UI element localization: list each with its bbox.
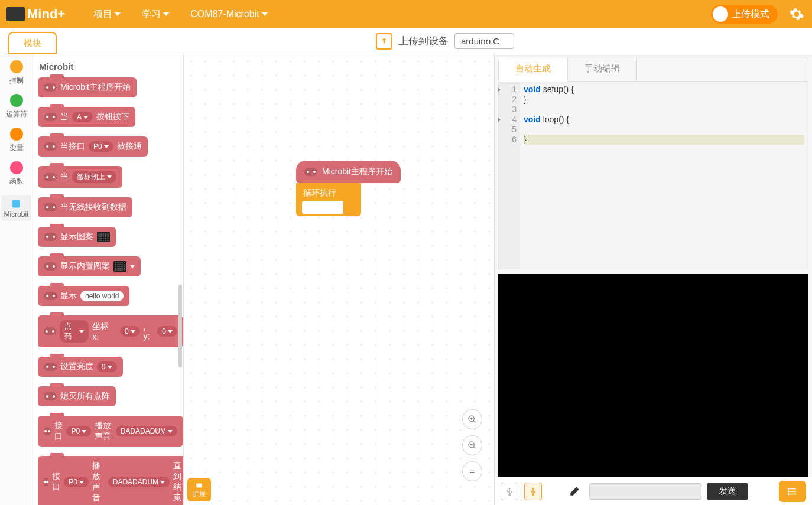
tab-blocks[interactable]: 模块 bbox=[8, 32, 57, 54]
block-play-sound-until[interactable]: 接口P0播放声音DADADADUM直到结束 bbox=[38, 456, 184, 505]
block-clear[interactable]: 熄灭所有点阵 bbox=[38, 386, 116, 406]
code-text: } bbox=[524, 135, 804, 145]
block-plot[interactable]: 点亮坐标 x:0, y:0 bbox=[38, 315, 183, 347]
cat-label: Microbit bbox=[4, 210, 28, 219]
cat-variables[interactable]: 变量 bbox=[9, 128, 24, 153]
block-gesture[interactable]: 当徽标朝上 bbox=[38, 166, 122, 188]
dropdown[interactable]: 9 bbox=[97, 361, 117, 372]
code-tabs: 自动生成 手动编辑 bbox=[498, 57, 808, 82]
extension-button[interactable]: 扩展 bbox=[187, 478, 211, 501]
block-label: 当接口 bbox=[60, 141, 85, 152]
chevron-down-icon bbox=[130, 265, 135, 268]
code-editor[interactable]: 123456 void setup() { } void loop() { } bbox=[498, 82, 808, 269]
menu-project-label: 项目 bbox=[93, 8, 112, 21]
dropdown[interactable]: DADADADUM bbox=[116, 426, 177, 436]
code-text: setup() { bbox=[541, 84, 574, 94]
block-icon bbox=[44, 392, 57, 400]
block-button-pressed[interactable]: 当A按钮按下 bbox=[38, 107, 135, 127]
hat-label: Microbit主程序开始 bbox=[322, 167, 392, 177]
block-main-start[interactable]: Microbit主程序开始 bbox=[38, 77, 137, 97]
eraser-icon bbox=[569, 486, 580, 497]
chevron-down-icon bbox=[79, 481, 84, 484]
dropdown[interactable]: P0 bbox=[89, 141, 113, 152]
block-icon bbox=[44, 427, 51, 435]
dropdown[interactable]: 徽标朝上 bbox=[72, 171, 116, 183]
menu-learn[interactable]: 学习 bbox=[131, 8, 180, 21]
cat-control[interactable]: 控制 bbox=[9, 60, 24, 86]
zoom-in-icon bbox=[467, 415, 477, 424]
matrix-icon[interactable] bbox=[113, 261, 126, 272]
tab-manual-edit[interactable]: 手动编辑 bbox=[568, 57, 637, 81]
block-pin-connected[interactable]: 当接口P0被接通 bbox=[38, 136, 148, 157]
usb-button[interactable] bbox=[501, 483, 518, 500]
block-icon bbox=[44, 142, 57, 151]
dot-icon bbox=[10, 161, 23, 174]
block-label: 按钮按下 bbox=[96, 112, 129, 122]
block-label: 熄灭所有点阵 bbox=[60, 391, 110, 402]
keyword: void bbox=[524, 84, 541, 94]
dropdown[interactable]: 0 bbox=[157, 326, 177, 337]
serial-console[interactable] bbox=[498, 274, 808, 477]
send-button[interactable]: 发送 bbox=[707, 483, 748, 500]
dropdown[interactable]: 0 bbox=[120, 326, 140, 337]
block-show-builtin[interactable]: 显示内置图案 bbox=[38, 256, 141, 276]
text-input[interactable]: hello world bbox=[80, 291, 124, 301]
zoom-in-button[interactable] bbox=[462, 409, 482, 429]
settings-button[interactable] bbox=[787, 5, 806, 24]
dropdown[interactable]: A bbox=[72, 112, 93, 122]
svg-point-4 bbox=[788, 488, 790, 489]
language-select[interactable]: arduino C bbox=[454, 33, 514, 49]
dropdown[interactable]: 点亮 bbox=[60, 320, 89, 343]
svg-point-5 bbox=[788, 491, 790, 492]
block-icon bbox=[44, 203, 57, 211]
dropdown[interactable]: P0 bbox=[66, 426, 91, 436]
ext-label: 扩展 bbox=[193, 490, 206, 499]
dropdown[interactable]: P0 bbox=[64, 477, 89, 487]
eraser-button[interactable] bbox=[566, 483, 583, 500]
svg-rect-3 bbox=[196, 483, 202, 487]
usb-active-button[interactable] bbox=[524, 483, 542, 500]
block-palette: Microbit Microbit主程序开始 当A按钮按下 当接口P0被接通 当… bbox=[33, 54, 184, 505]
palette-title: Microbit bbox=[39, 61, 183, 71]
menu-project[interactable]: 项目 bbox=[83, 8, 131, 21]
cat-operators[interactable]: 运算符 bbox=[6, 94, 27, 119]
chevron-down-icon bbox=[163, 12, 169, 16]
matrix-icon[interactable] bbox=[97, 232, 110, 242]
dot-icon bbox=[10, 128, 23, 141]
chevron-down-icon bbox=[107, 175, 112, 178]
workspace-canvas[interactable]: Microbit主程序开始 循环执行 = 扩展 bbox=[184, 54, 494, 505]
block-radio-receive[interactable]: 当无线接收到数据 bbox=[38, 197, 132, 217]
zoom-reset-button[interactable]: = bbox=[462, 461, 482, 481]
list-toggle-button[interactable] bbox=[779, 481, 806, 502]
main-area: 控制 运算符 变量 函数 Microbit Microbit Microbit主… bbox=[0, 54, 812, 505]
block-label: 直到结束 bbox=[173, 461, 184, 503]
block-brightness[interactable]: 设置亮度9 bbox=[38, 357, 123, 377]
fold-icon[interactable] bbox=[498, 118, 501, 122]
cat-label: 控制 bbox=[9, 76, 24, 86]
block-label: 接口 bbox=[52, 471, 60, 493]
code-text: loop() bbox=[541, 115, 567, 124]
block-show-text[interactable]: 显示hello world bbox=[38, 286, 129, 306]
block-icon bbox=[44, 113, 57, 121]
upload-button[interactable] bbox=[376, 33, 392, 50]
block-label: Microbit主程序开始 bbox=[60, 82, 131, 93]
cat-functions[interactable]: 函数 bbox=[9, 161, 24, 187]
block-show-pattern[interactable]: 显示图案 bbox=[38, 227, 116, 247]
cat-microbit[interactable]: Microbit bbox=[1, 195, 31, 221]
hat-block[interactable]: Microbit主程序开始 bbox=[296, 161, 401, 183]
zoom-out-button[interactable] bbox=[462, 435, 482, 455]
block-play-sound[interactable]: 接口P0播放声音DADADADUM bbox=[38, 416, 183, 447]
block-label: 接口 bbox=[54, 421, 63, 442]
fold-icon[interactable] bbox=[498, 87, 501, 92]
tab-auto-generate[interactable]: 自动生成 bbox=[499, 57, 568, 82]
block-icon bbox=[44, 173, 57, 181]
block-icon bbox=[304, 168, 317, 176]
upload-mode-toggle[interactable]: 上传模式 bbox=[711, 5, 778, 24]
loop-block[interactable]: 循环执行 bbox=[296, 183, 361, 216]
dropdown[interactable]: DADADADUM bbox=[108, 477, 170, 487]
menu-device[interactable]: COM87-Microbit bbox=[180, 9, 278, 19]
block-stack[interactable]: Microbit主程序开始 循环执行 bbox=[296, 161, 401, 216]
scrollbar[interactable] bbox=[178, 285, 182, 367]
serial-input[interactable] bbox=[589, 483, 701, 500]
code-content: void setup() { } void loop() { } bbox=[520, 82, 808, 269]
